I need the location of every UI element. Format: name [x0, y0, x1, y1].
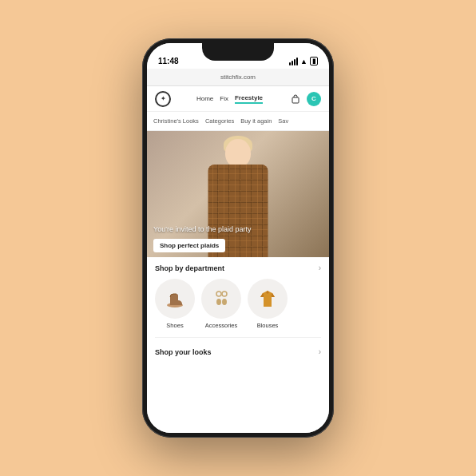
accessories-icon [208, 286, 234, 311]
status-time: 11:48 [158, 57, 179, 65]
dept-item-blouses[interactable]: Blouses [248, 279, 288, 329]
dept-item-accessories[interactable]: Accessories [201, 279, 241, 329]
user-initial: C [311, 95, 316, 102]
svg-point-2 [216, 292, 221, 296]
looks-section-title: Shop your looks [155, 348, 212, 356]
nav-logo[interactable]: ✦ [155, 91, 171, 107]
sub-nav-categories[interactable]: Categories [205, 117, 234, 125]
dept-circle-accessories [201, 279, 241, 319]
battery-icon: ▮ [310, 57, 318, 65]
nav-link-fix[interactable]: Fix [220, 95, 228, 102]
dept-label-accessories: Accessories [205, 322, 237, 329]
logo-symbol: ✦ [161, 95, 166, 102]
page-content: Shop by department › Shoes [147, 257, 329, 433]
nav-link-freestyle[interactable]: Freestyle [235, 94, 263, 104]
blouses-icon [255, 286, 280, 311]
phone-notch [202, 43, 274, 61]
shop-your-looks-section: Shop your looks › [147, 343, 329, 361]
sub-nav-buy-again[interactable]: Buy it again [240, 117, 272, 125]
phone-screen: 11:48 ▲ ▮ stitchfix.com ✦ Home [147, 43, 329, 433]
dept-section-title: Shop by department [155, 264, 224, 272]
phone-mockup: 11:48 ▲ ▮ stitchfix.com ✦ Home [142, 38, 334, 438]
wifi-icon: ▲ [300, 58, 307, 65]
looks-section-arrow[interactable]: › [319, 347, 321, 356]
figure-head [225, 139, 251, 167]
svg-point-4 [222, 292, 227, 296]
section-header-dept: Shop by department › [155, 264, 321, 272]
svg-rect-0 [292, 97, 299, 103]
hero-text-overlay: You're invited to the plaid party Shop p… [147, 220, 329, 257]
svg-point-3 [216, 299, 221, 305]
dept-items-list: Shoes Accessories [155, 279, 321, 329]
dept-label-blouses: Blouses [257, 322, 279, 329]
status-icons: ▲ ▮ [289, 57, 318, 65]
hero-cta-button[interactable]: Shop perfect plaids [153, 239, 225, 252]
sub-nav: Christine's Looks Categories Buy it agai… [147, 112, 329, 131]
dept-item-shoes[interactable]: Shoes [155, 279, 195, 329]
signal-icon [289, 58, 298, 65]
hero-title: You're invited to the plaid party [153, 225, 323, 233]
nav-link-home[interactable]: Home [196, 95, 213, 102]
dept-circle-blouses [248, 279, 288, 319]
dept-section-arrow[interactable]: › [319, 264, 321, 272]
shoes-icon [162, 286, 188, 311]
dept-circle-shoes [155, 279, 195, 319]
hero-section: You're invited to the plaid party Shop p… [147, 131, 329, 257]
nav-icons: C [288, 92, 321, 106]
nav-links: Home Fix Freestyle [196, 94, 263, 104]
browser-url-bar[interactable]: stitchfix.com [147, 69, 329, 86]
dept-label-shoes: Shoes [166, 322, 183, 329]
shop-by-dept-section: Shop by department › Shoes [147, 257, 329, 332]
user-avatar-icon[interactable]: C [307, 92, 321, 106]
section-divider [155, 337, 321, 338]
cart-icon[interactable] [288, 92, 303, 106]
nav-bar: ✦ Home Fix Freestyle C [147, 86, 329, 112]
svg-point-5 [222, 299, 227, 305]
looks-section-header: Shop your looks › [155, 347, 321, 356]
sub-nav-christines-looks[interactable]: Christine's Looks [153, 117, 199, 125]
url-text: stitchfix.com [220, 73, 256, 81]
sub-nav-saved[interactable]: Sav [278, 117, 288, 125]
